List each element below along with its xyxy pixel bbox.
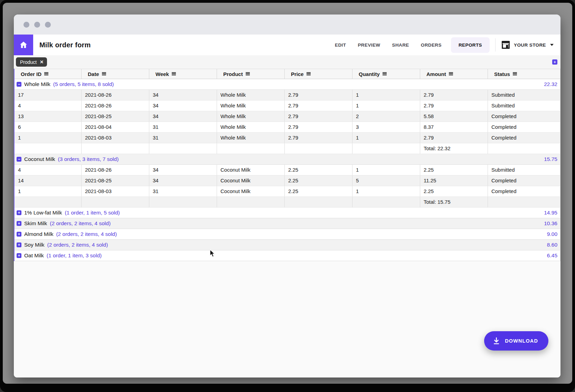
column-header-label: Status (494, 71, 510, 77)
group-row-skim-milk[interactable]: +Skim Milk(2 orders, 2 items, 4 sold)10.… (15, 218, 560, 229)
column-header-status[interactable]: Status (488, 69, 560, 79)
collapse-icon[interactable]: − (17, 157, 21, 162)
data-row: 12021-08-0331Coconut Milk2.2512.25Comple… (15, 186, 560, 197)
storefront-icon (501, 40, 510, 49)
column-menu-icon[interactable] (44, 72, 48, 76)
group-summary: (5 orders, 5 items, 8 sold) (53, 81, 114, 87)
grid-body: −Whole Milk(5 orders, 5 items, 8 sold)22… (15, 79, 560, 261)
grid-cell: 34 (149, 165, 217, 175)
grid-cell: 1 (352, 90, 420, 100)
column-header-quantity[interactable]: Quantity (352, 69, 420, 79)
data-row: 12021-08-0331Whole Milk2.7912.79Complete… (15, 133, 560, 143)
grid-cell: 2 (352, 111, 420, 122)
expand-icon[interactable]: + (17, 210, 21, 215)
expand-icon[interactable]: + (17, 221, 21, 226)
grid-cell: 2.79 (420, 90, 488, 100)
grid-cell: 2.25 (420, 186, 488, 197)
nav-divider (495, 38, 496, 51)
home-button[interactable] (14, 35, 33, 55)
grid-cell: 2.79 (285, 90, 352, 100)
grid-cell: 5.58 (420, 111, 488, 122)
expand-icon[interactable]: + (17, 253, 21, 258)
column-header-week[interactable]: Week (149, 69, 217, 79)
grid-cell (488, 143, 560, 154)
download-label: DOWNLOAD (505, 338, 538, 344)
nav-item-reports[interactable]: REPORTS (451, 37, 490, 53)
grid-cell: 1 (352, 186, 420, 197)
column-header-date[interactable]: Date (82, 69, 149, 79)
nav-item-preview[interactable]: PREVIEW (358, 42, 380, 48)
column-menu-icon[interactable] (307, 72, 311, 76)
nav-menu: EDITPREVIEWSHAREORDERSREPORTS (329, 37, 492, 53)
grid-cell: 2.79 (420, 101, 488, 111)
grid-cell: 34 (149, 111, 217, 122)
grid-cell: 2021-08-26 (82, 165, 149, 175)
grid-cell (217, 143, 285, 154)
window-chrome-bar (14, 15, 560, 35)
grid-cell (352, 197, 420, 207)
grid-cell (15, 143, 82, 154)
column-header-label: Quantity (359, 71, 380, 77)
group-amount: 14.95 (544, 210, 557, 216)
data-row: 42021-08-2634Whole Milk2.7912.79Submitte… (15, 101, 560, 111)
grid-cell: 13 (15, 111, 82, 122)
column-menu-icon[interactable] (449, 72, 453, 76)
grid-cell: Whole Milk (217, 133, 285, 143)
group-amount: 22.32 (544, 81, 557, 87)
grid-cell: Completed (488, 133, 560, 143)
grid-cell: 34 (149, 101, 217, 111)
column-header-product[interactable]: Product (217, 69, 285, 79)
grid-cell: 17 (15, 90, 82, 100)
store-menu-button[interactable]: YOUR STORE (501, 40, 554, 49)
column-menu-icon[interactable] (102, 72, 106, 76)
group-row-whole-milk[interactable]: −Whole Milk(5 orders, 5 items, 8 sold)22… (15, 79, 560, 90)
remove-chip-icon[interactable]: ✕ (40, 60, 44, 64)
expand-icon[interactable]: + (17, 232, 21, 237)
grid-cell: 34 (149, 90, 217, 100)
column-menu-icon[interactable] (172, 72, 176, 76)
grid-cell (285, 143, 352, 154)
nav-item-share[interactable]: SHARE (392, 42, 409, 48)
data-row: 42021-08-2634Coconut Milk2.2512.25Submit… (15, 165, 560, 175)
grid-cell: 1 (15, 133, 82, 143)
group-summary: (2 orders, 2 items, 4 sold) (50, 220, 111, 227)
column-menu-icon[interactable] (246, 72, 250, 76)
group-row-oat-milk[interactable]: +Oat Milk(1 order, 1 item, 3 sold)6.45 (15, 250, 560, 261)
column-header-label: Week (155, 71, 169, 77)
grid-cell: Whole Milk (217, 111, 285, 122)
group-name: Skim Milk (24, 220, 47, 227)
download-button[interactable]: DOWNLOAD (484, 331, 548, 351)
column-header-price[interactable]: Price (285, 69, 352, 79)
group-name: 1% Low-fat Milk (24, 210, 62, 216)
group-amount: 15.75 (544, 156, 557, 162)
group-total-row: Total: 15.75 (15, 197, 560, 208)
screen-frame: Milk order form EDITPREVIEWSHAREORDERSRE… (0, 0, 575, 392)
home-icon (19, 40, 28, 49)
report-grid: Order IDDateWeekProductPriceQuantityAmou… (14, 69, 560, 261)
grid-cell: 2.79 (285, 101, 352, 111)
nav-item-orders[interactable]: ORDERS (421, 42, 442, 48)
header-nav: EDITPREVIEWSHAREORDERSREPORTS YOUR STORE (329, 37, 560, 53)
column-header-order-id[interactable]: Order ID (15, 69, 82, 79)
nav-item-edit[interactable]: EDIT (335, 42, 346, 48)
group-chip-product[interactable]: Product ✕ (16, 57, 47, 67)
grouping-toolbar: Product ✕ + (14, 55, 560, 69)
grid-cell: 14 (15, 175, 82, 186)
grid-cell (352, 143, 420, 154)
column-menu-icon[interactable] (513, 72, 517, 76)
column-menu-icon[interactable] (383, 72, 387, 76)
group-row-1-low-fat-milk[interactable]: +1% Low-fat Milk(1 order, 1 item, 5 sold… (15, 208, 560, 218)
grid-cell: 2021-08-25 (82, 175, 149, 186)
expand-icon[interactable]: + (17, 242, 21, 247)
collapse-icon[interactable]: − (17, 82, 21, 87)
group-row-almond-milk[interactable]: +Almond Milk(2 orders, 2 items, 4 sold)9… (15, 229, 560, 240)
group-row-coconut-milk[interactable]: −Coconut Milk(3 orders, 3 items, 7 sold)… (15, 154, 560, 165)
download-icon (493, 337, 500, 344)
group-row-soy-milk[interactable]: +Soy Milk(2 orders, 2 items, 4 sold)8.60 (15, 240, 560, 250)
grid-cell: 6 (15, 122, 82, 132)
grid-cell: 2.25 (285, 186, 352, 197)
column-header-amount[interactable]: Amount (420, 69, 488, 79)
grid-cell: Completed (488, 122, 560, 132)
add-icon[interactable]: + (552, 59, 557, 65)
group-name: Oat Milk (24, 252, 44, 259)
